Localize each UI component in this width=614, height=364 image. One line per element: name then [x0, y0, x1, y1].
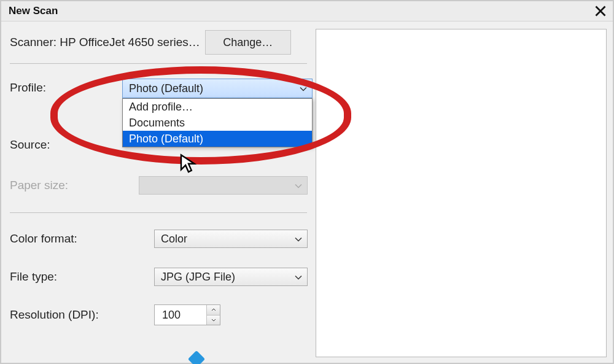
file-type-value: JPG (JPG File) — [161, 271, 235, 284]
spin-down-button[interactable] — [207, 316, 220, 325]
change-scanner-button[interactable]: Change… — [205, 30, 291, 55]
chevron-down-icon — [295, 233, 302, 246]
separator-2 — [10, 212, 307, 213]
profile-selected: Photo (Default) — [129, 82, 203, 95]
color-format-row: Color format: Color — [10, 228, 307, 250]
paper-size-combobox — [139, 176, 308, 195]
paper-size-label: Paper size: — [10, 179, 114, 192]
slider-thumb[interactable] — [188, 350, 205, 364]
new-scan-dialog: New Scan Scanner: HP OfficeJet 4650 seri… — [0, 0, 614, 364]
chevron-down-icon — [295, 179, 302, 192]
window-title: New Scan — [9, 5, 58, 17]
chevron-down-icon — [300, 82, 307, 95]
resolution-label: Resolution (DPI): — [10, 308, 142, 322]
source-label: Source: — [10, 138, 114, 152]
chevron-down-icon — [211, 319, 216, 322]
color-format-value: Color — [161, 233, 187, 246]
settings-panel: Scanner: HP OfficeJet 4650 series… Chang… — [1, 21, 314, 363]
paper-size-row: Paper size: — [10, 174, 307, 196]
chevron-down-icon — [295, 271, 302, 284]
spin-up-button[interactable] — [207, 305, 220, 316]
spinner-buttons — [206, 305, 220, 325]
scanner-row: Scanner: HP OfficeJet 4650 series… Chang… — [10, 30, 307, 55]
profile-dropdown: Add profile… Documents Photo (Default) — [122, 98, 313, 147]
file-type-combobox[interactable]: JPG (JPG File) — [154, 268, 308, 286]
chevron-up-icon — [211, 308, 216, 311]
resolution-spinner[interactable]: 100 — [154, 304, 220, 325]
scanner-label: Scanner: HP OfficeJet 4650 series… — [10, 36, 200, 49]
profile-option-documents[interactable]: Documents — [123, 115, 312, 131]
resolution-row: Resolution (DPI): 100 — [10, 304, 307, 326]
preview-panel — [316, 29, 607, 357]
profile-row: Profile: Photo (Default) Add profile… Do… — [10, 79, 307, 101]
file-type-label: File type: — [10, 270, 142, 284]
title-bar: New Scan — [1, 1, 613, 21]
profile-option-photo-default[interactable]: Photo (Default) — [123, 131, 312, 147]
profile-label: Profile: — [10, 81, 114, 95]
profile-combobox[interactable]: Photo (Default) — [122, 79, 313, 98]
close-button[interactable] — [588, 1, 613, 21]
file-type-row: File type: JPG (JPG File) — [10, 266, 307, 288]
resolution-value: 100 — [155, 309, 206, 322]
color-format-combobox[interactable]: Color — [154, 230, 308, 248]
separator-1 — [10, 63, 307, 64]
profile-option-add-profile[interactable]: Add profile… — [123, 99, 312, 115]
close-icon — [594, 5, 607, 17]
color-format-label: Color format: — [10, 232, 142, 246]
